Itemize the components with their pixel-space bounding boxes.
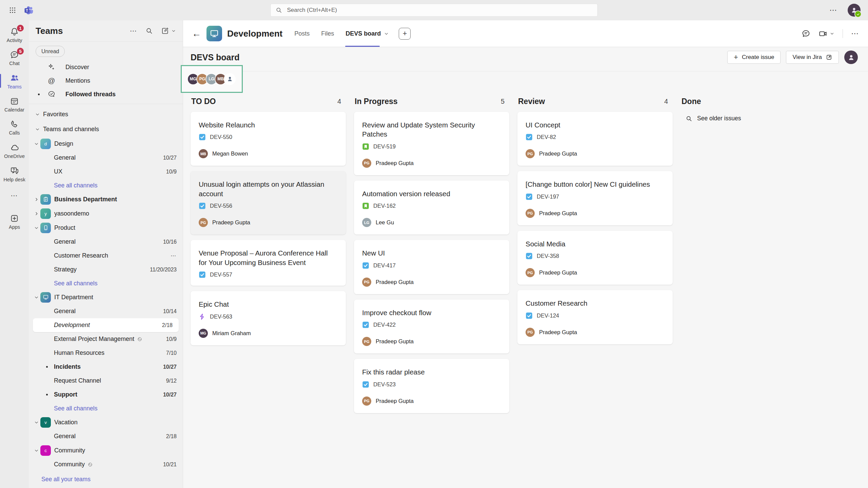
- channel-community-community[interactable]: Community 10/21: [29, 458, 183, 471]
- assignee-name: Megan Bowen: [212, 150, 248, 157]
- board-members-highlight[interactable]: MG PG LG MB: [181, 65, 243, 93]
- rail-item-teams[interactable]: Teams: [0, 70, 29, 93]
- rail-item-activity[interactable]: 1 Activity: [0, 24, 29, 47]
- channel-it-external-project-management[interactable]: External Project Management 10/9: [29, 332, 183, 346]
- rail-label: OneDrive: [4, 154, 25, 159]
- app-launcher-icon[interactable]: [8, 6, 17, 15]
- team-avatar: c: [40, 445, 51, 456]
- team-it-department[interactable]: IT Department: [29, 290, 183, 304]
- channel-it-support[interactable]: Support 10/27: [29, 388, 183, 402]
- channel-it-general[interactable]: General 10/14: [29, 304, 183, 318]
- chat-badge: 5: [17, 48, 24, 55]
- channel-design-ux[interactable]: UX 10/9: [29, 165, 183, 179]
- team-business-department[interactable]: Business Department: [29, 192, 183, 206]
- rail-item-chat[interactable]: 5 Chat: [0, 47, 29, 70]
- team-community[interactable]: c Community: [29, 443, 183, 458]
- rail-item-calendar[interactable]: Calendar: [0, 93, 29, 116]
- task-icon: [362, 321, 369, 328]
- rail-item-helpdesk[interactable]: Help desk: [0, 163, 29, 186]
- rail-more-apps[interactable]: ⋯: [0, 187, 29, 204]
- unread-filter-pill[interactable]: Unread: [36, 46, 65, 57]
- back-arrow-icon[interactable]: ←: [192, 28, 201, 39]
- sidebar-item-followed-threads[interactable]: Followed threads: [29, 87, 183, 101]
- channel-it-development[interactable]: Development 2/18: [33, 318, 179, 332]
- channel-more-icon[interactable]: ⋯: [171, 252, 177, 259]
- channel-product-general[interactable]: General 10/16: [29, 235, 183, 249]
- topbar-more-icon[interactable]: ⋯: [829, 6, 837, 15]
- issue-card[interactable]: Unusual login attempts on your Atlassian…: [191, 171, 346, 235]
- see-all-channels-link[interactable]: See all channels: [29, 402, 183, 415]
- team-vacation[interactable]: v Vacation: [29, 415, 183, 429]
- section-teams-and-channels[interactable]: Teams and channels: [29, 122, 183, 137]
- see-all-channels-link[interactable]: See all channels: [29, 179, 183, 192]
- issue-card[interactable]: Automation version released DEV-162 LG L…: [354, 181, 509, 235]
- view-in-jira-button[interactable]: View in Jira: [786, 51, 839, 64]
- rail-item-onedrive[interactable]: OneDrive: [0, 139, 29, 163]
- rail-label: Calendar: [4, 107, 24, 113]
- chevron-down-icon: [33, 420, 40, 425]
- issue-card[interactable]: Improve checkout flow DEV-422 PG Pradeep…: [354, 300, 509, 353]
- user-avatar[interactable]: [848, 4, 861, 17]
- issue-title: Website Relaunch: [199, 120, 338, 129]
- assignee-name: Pradeep Gupta: [376, 279, 414, 285]
- issue-card[interactable]: [Change button color] New CI guidelines …: [517, 171, 673, 225]
- create-issue-button[interactable]: + Create issue: [727, 51, 781, 64]
- channel-it-incidents[interactable]: Incidents 10/27: [29, 360, 183, 374]
- channel-chat-icon[interactable]: [802, 29, 810, 38]
- team-product[interactable]: Product: [29, 221, 183, 235]
- issue-card[interactable]: Epic Chat DEV-563 MG Miriam Graham: [191, 291, 346, 345]
- issue-card[interactable]: Social Media DEV-358 PG Pradeep Gupta: [517, 231, 673, 285]
- new-message-button[interactable]: [161, 27, 176, 35]
- issue-card[interactable]: Customer Research DEV-124 PG Pradeep Gup…: [517, 290, 673, 344]
- issue-card[interactable]: New UI DEV-417 PG Pradeep Gupta: [354, 240, 509, 294]
- rail-label: Calls: [9, 130, 20, 136]
- sidebar-item-mentions[interactable]: @ Mentions: [29, 74, 183, 87]
- sidebar-list: Discover @ Mentions Followed threads Fav…: [29, 59, 183, 488]
- channel-it-human-resources[interactable]: Human Resources 7/10: [29, 346, 183, 360]
- issue-card[interactable]: UI Concept DEV-82 PG Pradeep Gupta: [517, 112, 673, 166]
- see-all-channels-link[interactable]: See all channels: [29, 277, 183, 290]
- phone-icon: [10, 120, 19, 129]
- team-avatar: [40, 292, 51, 303]
- issue-card[interactable]: Website Relaunch DEV-550 MB Megan Bowen: [191, 112, 346, 166]
- team-yasoondemo[interactable]: y yasoondemo: [29, 206, 183, 221]
- see-all-your-teams-link[interactable]: See all your teams: [29, 471, 183, 487]
- issue-card[interactable]: Venue Proposal – Aurora Conference Hall …: [191, 240, 346, 286]
- see-older-issues-link[interactable]: See older issues: [681, 115, 836, 122]
- unread-dot: [46, 366, 48, 368]
- sidebar-more-icon[interactable]: ⋯: [130, 27, 137, 35]
- team-design[interactable]: d Design: [29, 137, 183, 151]
- rail-item-apps[interactable]: Apps: [0, 210, 29, 233]
- issue-key: DEV-523: [373, 381, 396, 388]
- activity-badge: 1: [17, 25, 24, 32]
- global-search[interactable]: [271, 4, 598, 17]
- issue-card[interactable]: Review and Update System Security Patche…: [354, 112, 509, 175]
- column-count: 4: [337, 98, 345, 105]
- channel-more-icon[interactable]: ⋯: [851, 29, 859, 38]
- channel-vacation-general[interactable]: General 2/18: [29, 429, 183, 443]
- channel-it-request-channel[interactable]: Request Channel 9/12: [29, 374, 183, 388]
- meet-now-button[interactable]: [818, 29, 834, 38]
- tab-posts[interactable]: Posts: [289, 20, 315, 47]
- sidebar-title: Teams: [36, 26, 130, 36]
- channel-product-customer-research[interactable]: Customer Research ⋯: [29, 249, 183, 263]
- search-input[interactable]: [287, 6, 593, 14]
- add-tab-button[interactable]: +: [399, 28, 411, 40]
- team-name: Community: [54, 447, 85, 454]
- section-favorites[interactable]: Favorites: [29, 107, 183, 122]
- issue-card[interactable]: Fix this radar please DEV-523 PG Pradeep…: [354, 359, 509, 413]
- rail-item-calls[interactable]: Calls: [0, 116, 29, 139]
- channel-product-strategy[interactable]: Strategy 11/20/2023: [29, 263, 183, 277]
- tab-files[interactable]: Files: [315, 20, 340, 47]
- channel-title: Development: [227, 28, 282, 39]
- story-icon: [362, 143, 369, 150]
- rail-label: Activity: [7, 38, 22, 43]
- calendar-icon: [10, 97, 19, 106]
- channel-design-general[interactable]: General 10/27: [29, 151, 183, 165]
- avatar: LG: [362, 218, 371, 227]
- tab-devs-board[interactable]: DEVS board: [340, 20, 395, 47]
- sidebar-search-icon[interactable]: [145, 27, 153, 35]
- chevron-down-icon: [33, 225, 40, 230]
- sidebar-item-discover[interactable]: Discover: [29, 60, 183, 74]
- board-user-avatar[interactable]: [844, 50, 858, 64]
